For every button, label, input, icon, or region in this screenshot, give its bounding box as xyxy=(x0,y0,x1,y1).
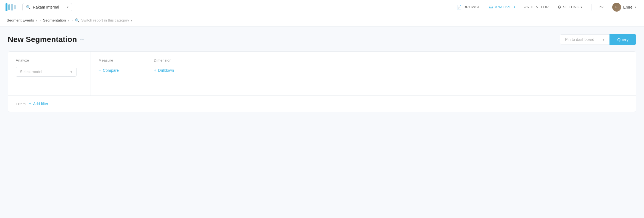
breadcrumb-separator-icon: › xyxy=(39,18,41,22)
chevron-down-icon: ▾ xyxy=(67,5,68,9)
breadcrumb-switch-report[interactable]: 🔍 Switch report in this category ▾ xyxy=(75,18,132,23)
select-model-placeholder: Select model xyxy=(20,70,42,74)
add-plus-icon: + xyxy=(99,68,101,73)
nav-item-settings[interactable]: ⚙ SETTINGS xyxy=(554,3,586,11)
add-compare-label: Compare xyxy=(103,68,119,73)
activity-icon[interactable]: 〜 xyxy=(597,2,606,12)
browse-icon: 📄 xyxy=(456,5,462,10)
search-icon: 🔍 xyxy=(26,5,31,9)
project-name: Rakam Internal xyxy=(33,5,65,9)
nav-item-browse-label: BROWSE xyxy=(464,5,481,9)
nav-item-develop[interactable]: <> DEVELOP xyxy=(520,3,553,11)
dropdown-chevron-icon: ▾ xyxy=(70,70,72,74)
analyze-section-label: Analyze xyxy=(16,58,83,62)
page-header: New Segmentation ✏ Pin to dashboard ▾ Qu… xyxy=(8,34,636,45)
pin-chevron-icon: ▾ xyxy=(603,37,605,42)
analyze-icon: ◎ xyxy=(489,4,493,10)
analyze-chevron-icon: ▾ xyxy=(514,5,516,9)
breadcrumb-switch-chevron-icon: ▾ xyxy=(131,18,132,22)
logo-bar-4 xyxy=(14,5,16,9)
user-chevron-icon: ▾ xyxy=(635,5,636,9)
pin-dashboard-button[interactable]: Pin to dashboard ▾ xyxy=(560,34,609,44)
header-actions: Pin to dashboard ▾ Query xyxy=(560,34,636,45)
logo-bar-3 xyxy=(11,4,13,10)
project-selector[interactable]: 🔍 Rakam Internal ▾ xyxy=(22,3,72,11)
page-title-area: New Segmentation ✏ xyxy=(8,35,84,44)
breadcrumb: Segment Events ▾ › Segmentation ▾ › 🔍 Sw… xyxy=(0,14,644,26)
dimension-section: Dimension + Drilldown xyxy=(146,52,636,95)
add-compare-button[interactable]: + Compare xyxy=(99,67,138,74)
user-menu[interactable]: E Emre ▾ xyxy=(610,2,638,13)
breadcrumb-segmentation-chevron-icon: ▾ xyxy=(68,18,69,22)
main-content: New Segmentation ✏ Pin to dashboard ▾ Qu… xyxy=(0,26,644,112)
settings-icon: ⚙ xyxy=(558,5,561,10)
add-filter-plus-icon: + xyxy=(29,101,31,106)
breadcrumb-separator-2-icon: › xyxy=(72,18,73,22)
select-model-dropdown[interactable]: Select model ▾ xyxy=(16,67,76,77)
nav-item-browse[interactable]: 📄 BROWSE xyxy=(453,3,484,11)
breadcrumb-switch-label: Switch report in this category xyxy=(81,18,129,22)
breadcrumb-segment-events-label: Segment Events xyxy=(7,18,34,22)
logo-bar-2 xyxy=(8,4,10,10)
add-drilldown-plus-icon: + xyxy=(154,68,156,73)
nav-item-analyze[interactable]: ◎ ANALYZE ▾ xyxy=(485,3,519,11)
develop-icon: <> xyxy=(524,5,529,9)
nav-items: 📄 BROWSE ◎ ANALYZE ▾ <> DEVELOP ⚙ SETTIN… xyxy=(453,3,586,11)
edit-title-icon[interactable]: ✏ xyxy=(80,37,84,42)
logo xyxy=(6,3,16,11)
analyze-section: Analyze Select model ▾ xyxy=(8,52,91,95)
measure-section: Measure + Compare xyxy=(91,52,146,95)
query-sections: Analyze Select model ▾ Measure + Compare… xyxy=(8,52,636,96)
filters-section: Filters + Add filter xyxy=(8,96,636,112)
query-button[interactable]: Query xyxy=(609,34,636,45)
breadcrumb-segmentation-label: Segmentation xyxy=(43,18,66,22)
query-card: Analyze Select model ▾ Measure + Compare… xyxy=(8,51,636,112)
avatar-initials: E xyxy=(616,5,618,9)
pin-dashboard-label: Pin to dashboard xyxy=(565,37,594,42)
add-drilldown-label: Drilldown xyxy=(158,68,174,73)
breadcrumb-item-chevron-icon: ▾ xyxy=(36,18,37,22)
add-drilldown-button[interactable]: + Drilldown xyxy=(154,67,628,74)
breadcrumb-segmentation[interactable]: Segmentation ▾ xyxy=(43,18,69,22)
nav-item-develop-label: DEVELOP xyxy=(531,5,549,9)
page-title: New Segmentation xyxy=(8,35,77,44)
add-filter-button[interactable]: + Add filter xyxy=(29,101,48,106)
logo-bar-1 xyxy=(6,3,7,11)
top-nav: 🔍 Rakam Internal ▾ 📄 BROWSE ◎ ANALYZE ▾ … xyxy=(0,0,644,14)
nav-divider xyxy=(592,4,592,10)
breadcrumb-search-icon: 🔍 xyxy=(75,18,80,23)
avatar: E xyxy=(612,3,621,12)
filters-label: Filters xyxy=(16,102,25,106)
measure-section-label: Measure xyxy=(99,58,138,62)
user-name: Emre xyxy=(623,5,632,9)
nav-item-settings-label: SETTINGS xyxy=(563,5,582,9)
add-filter-label: Add filter xyxy=(33,102,48,106)
breadcrumb-segment-events[interactable]: Segment Events ▾ xyxy=(7,18,37,22)
nav-item-analyze-label: ANALYZE xyxy=(495,5,512,9)
dimension-section-label: Dimension xyxy=(154,58,628,62)
